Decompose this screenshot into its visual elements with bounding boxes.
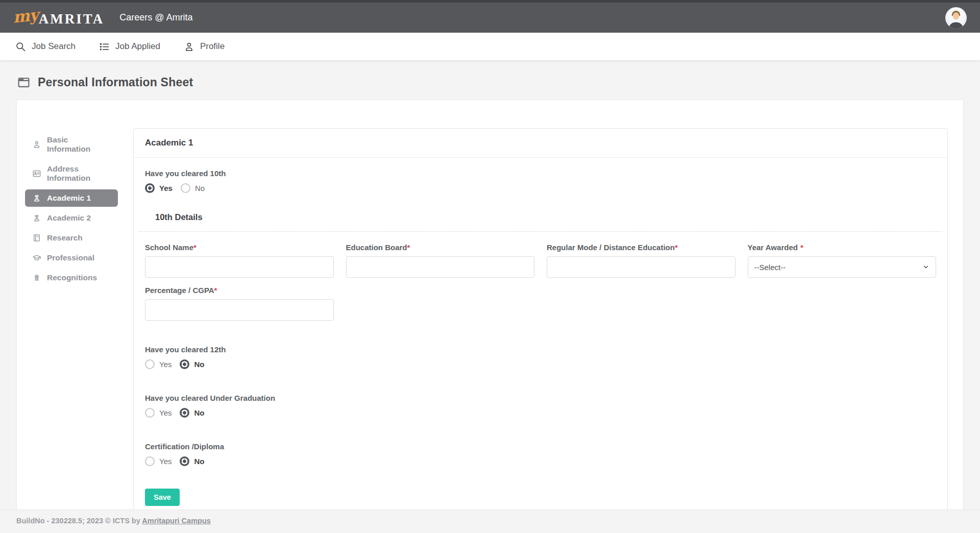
page-title: Personal Information Sheet xyxy=(38,76,193,89)
save-button[interactable]: Save xyxy=(145,489,180,506)
radio-no[interactable]: No xyxy=(180,359,204,369)
radio-label: Yes xyxy=(159,184,173,192)
radio-group-under-graduation: Yes No xyxy=(145,408,936,418)
radio-label: Yes xyxy=(159,360,172,369)
percentage-cgpa-input[interactable] xyxy=(145,299,334,321)
radio-button-icon[interactable] xyxy=(145,183,155,193)
sidebar-item-label: Address Information xyxy=(47,164,111,183)
radio-label: No xyxy=(194,457,204,466)
form-section-nav: Basic Information Address Information Ac… xyxy=(25,128,133,518)
sidebar-item-address-information[interactable]: Address Information xyxy=(25,160,118,187)
radio-button-icon[interactable] xyxy=(145,408,155,418)
nav-item-profile[interactable]: Profile xyxy=(184,41,225,52)
user-avatar[interactable] xyxy=(945,7,967,29)
radio-no[interactable]: No xyxy=(180,456,204,466)
question-label: Have you cleared 12th xyxy=(145,345,936,354)
sidebar-item-professional[interactable]: Professional xyxy=(25,249,118,266)
dashed-divider xyxy=(139,231,942,232)
student-icon xyxy=(32,213,41,223)
field-school-name: School Name* xyxy=(145,243,334,278)
radio-button-icon[interactable] xyxy=(180,359,189,369)
nav-item-job-applied[interactable]: Job Applied xyxy=(99,41,160,52)
avatar-person-icon xyxy=(945,7,967,29)
chevron-down-icon xyxy=(922,263,929,271)
field-label: Percentage / CGPA* xyxy=(145,286,334,295)
campus-link[interactable]: Amritapuri Campus xyxy=(142,517,211,525)
radio-no[interactable]: No xyxy=(181,183,205,193)
field-percentage-cgpa: Percentage / CGPA* xyxy=(145,286,334,321)
id-card-icon xyxy=(32,169,41,178)
field-label: Education Board* xyxy=(346,243,535,252)
radio-button-icon[interactable] xyxy=(180,408,189,418)
radio-label: Yes xyxy=(159,457,172,466)
list-icon xyxy=(99,41,110,52)
radio-yes[interactable]: Yes xyxy=(145,183,173,193)
nav-label: Job Applied xyxy=(115,41,160,52)
radio-button-icon[interactable] xyxy=(181,183,190,193)
nav-item-job-search[interactable]: Job Search xyxy=(15,41,76,52)
sidebar-item-label: Basic Information xyxy=(47,135,111,154)
card-body: Have you cleared 10th Yes No 10th Detail… xyxy=(134,158,947,517)
sidebar-item-academic-2[interactable]: Academic 2 xyxy=(25,209,118,227)
student-icon xyxy=(32,193,41,203)
radio-yes[interactable]: Yes xyxy=(145,408,172,418)
question-cleared-12th: Have you cleared 12th Yes No xyxy=(145,345,936,369)
radio-label: No xyxy=(194,360,204,369)
sidebar-item-label: Professional xyxy=(47,253,94,262)
field-regular-mode: Regular Mode / Distance Education* xyxy=(547,243,736,278)
radio-group-cleared-12th: Yes No xyxy=(145,359,936,369)
page-footer: BuildNo - 230228.5; 2023 © ICTS by Amrit… xyxy=(0,510,980,533)
academic-1-card: Academic 1 Have you cleared 10th Yes No xyxy=(133,128,948,518)
graduation-cap-icon xyxy=(32,253,41,262)
question-cleared-10th: Have you cleared 10th Yes No xyxy=(145,169,936,193)
field-label: Regular Mode / Distance Education* xyxy=(547,243,736,252)
radio-group-cleared-10th: Yes No xyxy=(145,183,936,193)
myamrita-logo[interactable]: my AMRITA xyxy=(13,9,104,27)
radio-label: Yes xyxy=(159,408,172,417)
education-board-input[interactable] xyxy=(346,256,535,278)
sheet-icon xyxy=(17,76,30,89)
sidebar-item-label: Academic 1 xyxy=(47,193,91,203)
content-card: Basic Information Address Information Ac… xyxy=(16,100,964,533)
select-value: --Select-- xyxy=(754,263,786,272)
sidebar-item-basic-information[interactable]: Basic Information xyxy=(25,131,118,158)
tenth-details-fields: School Name* Education Board* Regular Mo… xyxy=(145,243,936,321)
required-marker: * xyxy=(675,243,678,252)
radio-no[interactable]: No xyxy=(180,408,204,418)
medal-icon xyxy=(32,273,41,282)
field-year-awarded: Year Awarded* --Select-- xyxy=(748,243,937,278)
question-label: Have you cleared Under Graduation xyxy=(145,394,936,402)
sidebar-item-research[interactable]: Research xyxy=(25,229,118,247)
radio-button-icon[interactable] xyxy=(180,456,189,466)
sidebar-item-label: Recognitions xyxy=(47,273,97,282)
school-name-input[interactable] xyxy=(145,256,334,278)
field-label: School Name* xyxy=(145,243,334,252)
question-cleared-under-graduation: Have you cleared Under Graduation Yes No xyxy=(145,394,936,418)
radio-label: No xyxy=(195,184,205,192)
question-label: Have you cleared 10th xyxy=(145,169,936,178)
app-header: my AMRITA Careers @ Amrita xyxy=(0,0,980,33)
year-awarded-select[interactable]: --Select-- xyxy=(748,256,937,278)
radio-button-icon[interactable] xyxy=(145,359,155,369)
regular-mode-input[interactable] xyxy=(547,256,736,278)
search-icon xyxy=(15,41,26,52)
card-title: Academic 1 xyxy=(134,129,947,158)
radio-yes[interactable]: Yes xyxy=(145,456,172,466)
logo-amrita-text: AMRITA xyxy=(39,11,105,27)
radio-button-icon[interactable] xyxy=(145,456,155,466)
book-icon xyxy=(32,233,41,243)
sidebar-item-academic-1[interactable]: Academic 1 xyxy=(25,189,118,207)
required-marker: * xyxy=(214,286,217,295)
build-info: BuildNo - 230228.5; 2023 © ICTS by xyxy=(16,517,140,525)
logo-my-text: my xyxy=(12,5,39,26)
sidebar-item-recognitions[interactable]: Recognitions xyxy=(25,269,118,286)
radio-yes[interactable]: Yes xyxy=(145,359,172,369)
sidebar-item-label: Academic 2 xyxy=(47,213,91,223)
app-title: Careers @ Amrita xyxy=(119,12,192,23)
person-icon xyxy=(184,41,194,52)
person-icon xyxy=(32,140,41,149)
required-marker: * xyxy=(800,243,803,252)
radio-label: No xyxy=(194,408,204,417)
radio-group-certification-diploma: Yes No xyxy=(145,456,936,466)
required-marker: * xyxy=(407,243,410,252)
